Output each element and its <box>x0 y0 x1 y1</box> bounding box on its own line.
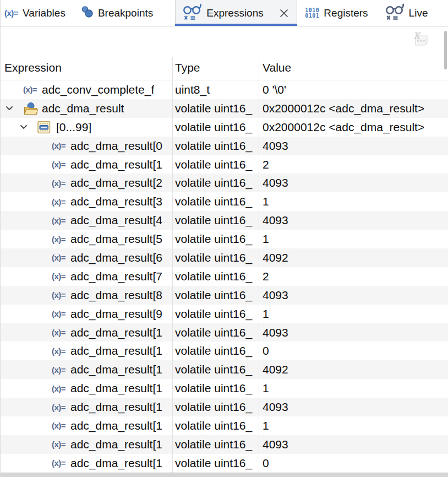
variable-icon: (x)= <box>52 290 65 300</box>
value-cell[interactable]: 4093 <box>259 139 448 153</box>
value-cell[interactable]: 2 <box>259 158 448 171</box>
registers-icon: 1010 0101 <box>305 8 319 19</box>
value-cell[interactable]: 1 <box>259 419 448 432</box>
value-column-header[interactable]: Value <box>263 61 291 74</box>
type-cell: volatile uint16_ <box>172 176 259 189</box>
expression-cell: (x)= adc_dma_result[7 <box>0 267 172 286</box>
expression-cell: (x)= adc_dma_result[4 <box>0 211 172 230</box>
aggregate-folder-icon <box>23 102 41 115</box>
expression-cell: (x)= adc_dma_result[1 <box>0 323 172 342</box>
type-cell: volatile uint16_ <box>172 457 259 470</box>
expression-cell: (x)= adc_dma_result[2 <box>0 174 172 192</box>
variable-icon: (x)= <box>52 272 65 281</box>
value-cell[interactable]: 2 <box>259 270 448 283</box>
table-row[interactable]: (x)= adc_dma_result[0 volatile uint16_ 4… <box>0 137 448 155</box>
value-cell[interactable]: 1 <box>259 307 448 321</box>
live-expressions-icon <box>385 3 405 23</box>
variable-icon: (x)= <box>52 309 65 318</box>
variable-icon: (x)= <box>52 253 65 262</box>
table-row[interactable]: (x)= adc_dma_result[5 volatile uint16_ 1 <box>0 230 448 248</box>
chevron-down-icon[interactable] <box>4 106 23 111</box>
value-cell[interactable]: 0x2000012c <adc_dma_result> <box>259 121 448 134</box>
value-cell[interactable]: 0x2000012c <adc_dma_result> <box>259 102 448 115</box>
table-row[interactable]: (x)= adc_dma_result[1 volatile uint16_ 2 <box>0 155 448 174</box>
value-cell[interactable]: 4093 <box>259 176 448 189</box>
expressions-table: Expression Type Value (x)= adc_conv_comp… <box>0 55 448 473</box>
type-cell: volatile uint16_ <box>172 270 259 283</box>
value-cell[interactable]: 1 <box>259 382 448 395</box>
tab-expressions[interactable]: Expressions <box>175 0 297 26</box>
expression-cell: (x)= adc_dma_result[1 <box>0 435 172 454</box>
type-column-header[interactable]: Type <box>175 61 200 74</box>
variable-icon: (x)= <box>52 365 65 375</box>
value-cell[interactable]: 0 <box>259 457 448 470</box>
expressions-icon <box>182 3 202 23</box>
variable-icon: (x)= <box>52 458 65 468</box>
tab-label: Expressions <box>206 7 264 19</box>
tab-breakpoints[interactable]: Breakpoints <box>73 0 161 26</box>
value-cell[interactable]: 1 <box>259 195 448 208</box>
tab-label: Registers <box>324 7 368 19</box>
value-cell[interactable]: 4093 <box>259 326 448 339</box>
variable-icon: (x)= <box>52 421 65 430</box>
type-cell: volatile uint16_ <box>172 139 259 153</box>
value-cell[interactable]: 4093 <box>259 214 448 227</box>
vertical-scrollbar-thumb[interactable] <box>444 31 447 69</box>
type-cell: volatile uint16_ <box>172 400 259 414</box>
tab-registers[interactable]: 1010 0101 Registers <box>305 0 368 26</box>
table-row[interactable]: [0...99] volatile uint16_ 0x2000012c <ad… <box>0 118 448 137</box>
table-row[interactable]: (x)= adc_dma_result[9 volatile uint16_ 1 <box>0 305 448 323</box>
table-row[interactable]: (x)= adc_conv_complete_f uint8_t 0 '\0' <box>0 80 448 99</box>
table-row[interactable]: (x)= adc_dma_result[8 volatile uint16_ 4… <box>0 286 448 305</box>
add-expression-button[interactable]: x <box>410 29 429 48</box>
table-row[interactable]: (x)= adc_dma_result[1 volatile uint16_ 4… <box>0 323 448 342</box>
table-row[interactable]: (x)= adc_dma_result[1 volatile uint16_ 4… <box>0 435 448 454</box>
table-row[interactable]: adc_dma_result volatile uint16_ 0x200001… <box>0 99 448 118</box>
table-row[interactable]: (x)= adc_dma_result[1 volatile uint16_ 0 <box>0 454 448 473</box>
expression-cell: (x)= adc_dma_result[3 <box>0 192 172 211</box>
value-cell[interactable]: 1 <box>259 232 448 246</box>
type-cell: volatile uint16_ <box>172 232 259 246</box>
table-row[interactable]: (x)= adc_dma_result[2 volatile uint16_ 4… <box>0 174 448 192</box>
table-row[interactable]: (x)= adc_dma_result[3 volatile uint16_ 1 <box>0 192 448 211</box>
table-row[interactable]: (x)= adc_dma_result[1 volatile uint16_ 1 <box>0 379 448 398</box>
table-row[interactable]: (x)= adc_dma_result[4 volatile uint16_ 4… <box>0 211 448 230</box>
expression-cell: [0...99] <box>0 118 172 137</box>
value-cell[interactable]: 4092 <box>259 251 448 264</box>
value-cell[interactable]: 4093 <box>259 438 448 451</box>
type-cell: volatile uint16_ <box>172 121 259 134</box>
tab-label: Breakpoints <box>98 7 153 19</box>
variable-icon: (x)= <box>52 403 65 412</box>
type-cell: volatile uint16_ <box>172 102 259 115</box>
chevron-down-icon[interactable] <box>19 124 37 129</box>
table-row[interactable]: (x)= adc_dma_result[7 volatile uint16_ 2 <box>0 267 448 286</box>
variable-icon: (x)= <box>52 160 65 169</box>
value-cell[interactable]: 4092 <box>259 363 448 376</box>
table-header-row: Expression Type Value <box>0 55 448 80</box>
variable-icon: (x)= <box>52 328 65 337</box>
type-cell: volatile uint16_ <box>172 326 259 339</box>
expression-column-header[interactable]: Expression <box>4 61 62 74</box>
expression-cell: (x)= adc_dma_result[5 <box>0 230 172 248</box>
value-cell[interactable]: 4093 <box>259 289 448 302</box>
table-row[interactable]: (x)= adc_dma_result[1 volatile uint16_ 1 <box>0 416 448 435</box>
tab-variables[interactable]: (x)= Variables <box>0 0 73 26</box>
type-cell: volatile uint16_ <box>172 289 259 302</box>
table-row[interactable]: (x)= adc_dma_result[1 volatile uint16_ 4… <box>0 360 448 379</box>
value-cell[interactable]: 4093 <box>259 400 448 414</box>
expression-cell: (x)= adc_dma_result[9 <box>0 305 172 323</box>
expression-cell: (x)= adc_dma_result[6 <box>0 248 172 267</box>
variable-icon: (x)= <box>52 216 65 225</box>
close-icon[interactable] <box>278 8 289 19</box>
table-row[interactable]: (x)= adc_dma_result[6 volatile uint16_ 4… <box>0 248 448 267</box>
array-icon <box>37 121 55 134</box>
value-cell[interactable]: 0 '\0' <box>259 83 448 96</box>
table-row[interactable]: (x)= adc_dma_result[1 volatile uint16_ 0 <box>0 342 448 360</box>
table-row[interactable]: (x)= adc_dma_result[1 volatile uint16_ 4… <box>0 398 448 416</box>
variable-icon: (x)= <box>52 384 65 393</box>
view-left-border <box>0 0 1 477</box>
value-cell[interactable]: 0 <box>259 344 448 357</box>
tab-label: Live <box>409 7 428 19</box>
view-toolbar: x <box>0 26 448 55</box>
tab-live-expressions[interactable]: Live <box>385 0 428 26</box>
